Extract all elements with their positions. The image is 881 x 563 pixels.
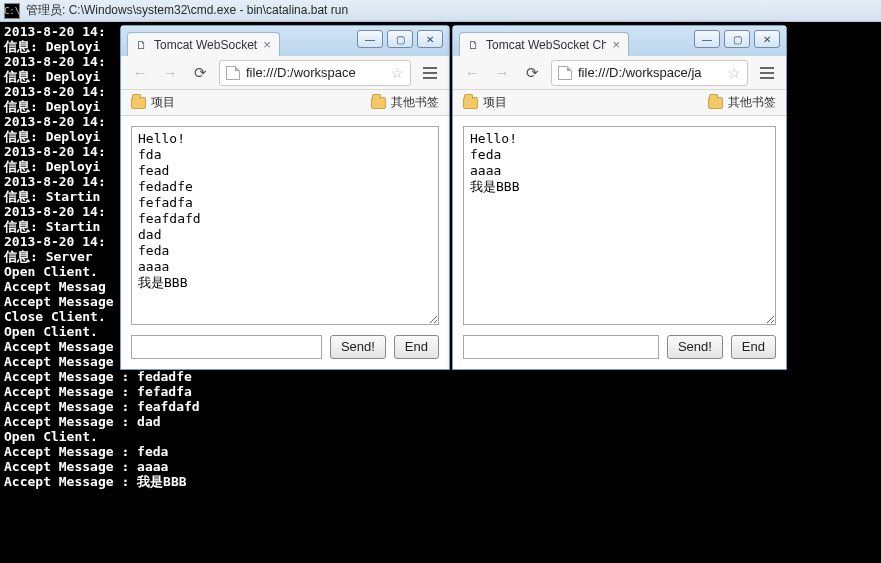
tab-favicon: 🗋: [134, 38, 148, 52]
cmd-titlebar: C:\ 管理员: C:\Windows\system32\cmd.exe - b…: [0, 0, 881, 22]
bookmark-folder-left[interactable]: 项目: [131, 94, 175, 111]
folder-icon: [371, 97, 386, 109]
page-content: Hello! fda fead fedadfe fefadfa feafdafd…: [121, 116, 449, 369]
tab-close-icon[interactable]: ×: [612, 37, 620, 52]
bookmark-star-icon[interactable]: ☆: [728, 65, 741, 81]
browser-toolbar: ← → ⟳ file:///D:/workspace/ja ☆: [453, 56, 786, 90]
chat-log-textarea[interactable]: Hello! fda fead fedadfe fefadfa feafdafd…: [131, 126, 439, 325]
cmd-icon: C:\: [4, 3, 20, 19]
folder-icon: [463, 97, 478, 109]
url-bar[interactable]: file:///D:/workspace ☆: [219, 60, 411, 86]
forward-button[interactable]: →: [491, 62, 513, 84]
end-button[interactable]: End: [394, 335, 439, 359]
minimize-button[interactable]: —: [357, 30, 383, 48]
bookmark-label: 其他书签: [391, 94, 439, 111]
close-button[interactable]: ✕: [417, 30, 443, 48]
menu-button[interactable]: [419, 62, 441, 84]
bookmark-folder-right[interactable]: 其他书签: [708, 94, 776, 111]
bookmark-label: 项目: [483, 94, 507, 111]
tab-title: Tomcat WebSocket Cha: [486, 38, 606, 52]
page-icon: [558, 66, 572, 80]
chrome-window-1: 🗋 Tomcat WebSocket × — ▢ ✕ ← → ⟳ file://…: [120, 25, 450, 370]
menu-button[interactable]: [756, 62, 778, 84]
maximize-button[interactable]: ▢: [387, 30, 413, 48]
page-content: Hello! feda aaaa 我是BBB Send! End: [453, 116, 786, 369]
page-icon: [226, 66, 240, 80]
back-button[interactable]: ←: [129, 62, 151, 84]
bookmarks-bar: 项目 其他书签: [453, 90, 786, 116]
end-button[interactable]: End: [731, 335, 776, 359]
message-input[interactable]: [463, 335, 659, 359]
minimize-button[interactable]: —: [694, 30, 720, 48]
url-text: file:///D:/workspace/ja: [578, 65, 702, 80]
tab-favicon: 🗋: [466, 38, 480, 52]
bookmarks-bar: 项目 其他书签: [121, 90, 449, 116]
send-button[interactable]: Send!: [330, 335, 386, 359]
bookmark-folder-left[interactable]: 项目: [463, 94, 507, 111]
close-button[interactable]: ✕: [754, 30, 780, 48]
back-button[interactable]: ←: [461, 62, 483, 84]
bookmark-label: 其他书签: [728, 94, 776, 111]
url-bar[interactable]: file:///D:/workspace/ja ☆: [551, 60, 748, 86]
browser-toolbar: ← → ⟳ file:///D:/workspace ☆: [121, 56, 449, 90]
send-button[interactable]: Send!: [667, 335, 723, 359]
bookmark-folder-right[interactable]: 其他书签: [371, 94, 439, 111]
folder-icon: [708, 97, 723, 109]
maximize-button[interactable]: ▢: [724, 30, 750, 48]
forward-button[interactable]: →: [159, 62, 181, 84]
chrome-window-2: 🗋 Tomcat WebSocket Cha × — ▢ ✕ ← → ⟳ fil…: [452, 25, 787, 370]
browser-tab[interactable]: 🗋 Tomcat WebSocket Cha ×: [459, 32, 629, 56]
cmd-title-text: 管理员: C:\Windows\system32\cmd.exe - bin\c…: [26, 2, 348, 19]
chat-log-textarea[interactable]: Hello! feda aaaa 我是BBB: [463, 126, 776, 325]
message-input[interactable]: [131, 335, 322, 359]
reload-button[interactable]: ⟳: [521, 62, 543, 84]
window-titlebar[interactable]: 🗋 Tomcat WebSocket × — ▢ ✕: [121, 26, 449, 56]
reload-button[interactable]: ⟳: [189, 62, 211, 84]
folder-icon: [131, 97, 146, 109]
window-titlebar[interactable]: 🗋 Tomcat WebSocket Cha × — ▢ ✕: [453, 26, 786, 56]
bookmark-label: 项目: [151, 94, 175, 111]
url-text: file:///D:/workspace: [246, 65, 356, 80]
browser-tab[interactable]: 🗋 Tomcat WebSocket ×: [127, 32, 280, 56]
bookmark-star-icon[interactable]: ☆: [391, 65, 404, 81]
tab-title: Tomcat WebSocket: [154, 38, 257, 52]
tab-close-icon[interactable]: ×: [263, 37, 271, 52]
